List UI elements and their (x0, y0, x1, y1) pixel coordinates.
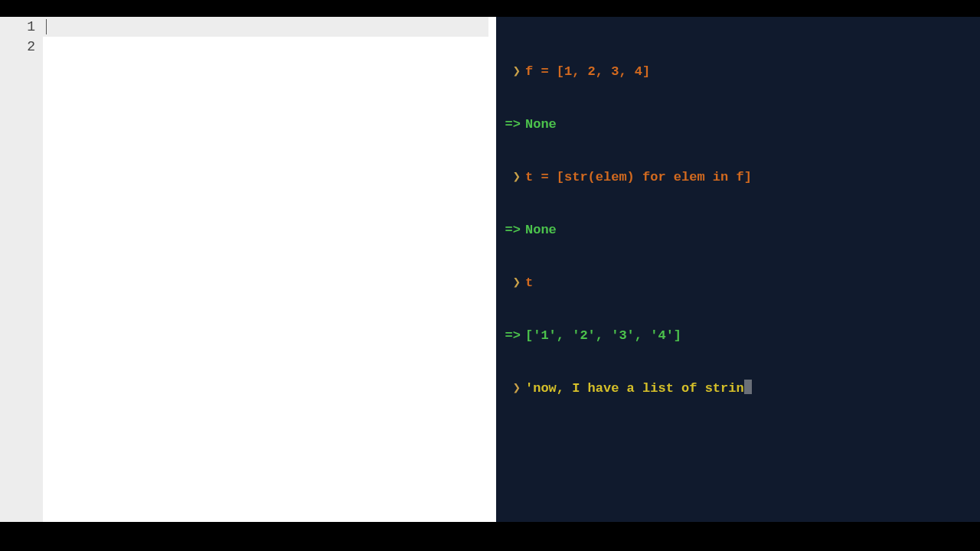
repl-active-text: 'now, I have a list of strin (525, 381, 744, 396)
block-cursor (744, 380, 752, 394)
repl-result-line: =>['1', '2', '3', '4'] (502, 327, 975, 344)
repl-input-text: t (525, 276, 533, 290)
repl-input-text: t = [str(elem) for elem in f] (525, 170, 752, 184)
repl-input-line: ❯t (502, 274, 975, 292)
line-number-gutter: 1 2 (0, 17, 43, 522)
result-arrow-icon: => (502, 221, 525, 239)
repl-result-line: =>None (502, 221, 975, 239)
line-number: 1 (0, 17, 35, 37)
prompt-icon: ❯ (502, 380, 525, 397)
repl-result-text: None (525, 223, 557, 237)
result-arrow-icon: => (502, 327, 525, 344)
repl-input-line: ❯f = [1, 2, 3, 4] (502, 63, 975, 80)
prompt-icon: ❯ (502, 63, 525, 80)
workspace: 1 2 ❯f = [1, 2, 3, 4] =>None ❯t = [str(e… (0, 17, 980, 522)
line-number: 2 (0, 37, 35, 57)
editor-pane[interactable]: 1 2 (0, 17, 496, 522)
repl-result-text: ['1', '2', '3', '4'] (525, 328, 681, 343)
prompt-icon: ❯ (502, 274, 525, 292)
repl-active-line[interactable]: ❯'now, I have a list of strin (502, 380, 975, 397)
repl-input-line: ❯t = [str(elem) for elem in f] (502, 168, 975, 186)
result-arrow-icon: => (502, 116, 525, 133)
repl-result-text: None (525, 117, 557, 132)
repl-result-line: =>None (502, 116, 975, 133)
repl-pane[interactable]: ❯f = [1, 2, 3, 4] =>None ❯t = [str(elem)… (496, 17, 980, 522)
text-caret (46, 19, 47, 34)
prompt-icon: ❯ (502, 168, 525, 186)
repl-input-text: f = [1, 2, 3, 4] (525, 64, 650, 79)
editor-body[interactable] (43, 17, 496, 522)
current-line-highlight (43, 17, 488, 37)
